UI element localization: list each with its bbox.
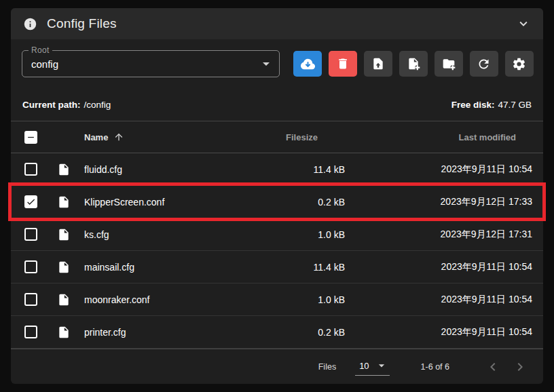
file-name: mainsail.cfg — [84, 262, 134, 273]
gear-icon — [512, 57, 526, 71]
file-modified: 2023年9月11日 10:54 — [441, 163, 532, 176]
file-name: fluidd.cfg — [84, 164, 122, 175]
file-row-moonraker-conf[interactable]: moonraker.conf 1.0 kB 2023年9月11日 10:54 — [11, 283, 543, 316]
row-checkbox[interactable] — [24, 228, 37, 241]
upload-file-button[interactable] — [364, 51, 392, 77]
file-plus-icon — [407, 57, 420, 71]
config-files-panel: Config Files Root config — [11, 8, 543, 384]
delete-button[interactable] — [329, 51, 357, 77]
folder-plus-icon — [442, 57, 456, 71]
row-checkbox[interactable] — [24, 326, 37, 338]
info-icon[interactable] — [23, 17, 37, 31]
file-icon — [57, 228, 71, 241]
current-path-value: /config — [84, 100, 111, 110]
file-size: 0.2 kB — [318, 197, 345, 208]
pagination-range: 1-6 of 6 — [421, 362, 449, 372]
file-icon — [57, 260, 71, 274]
check-icon — [26, 197, 36, 207]
root-select[interactable]: Root config — [22, 50, 280, 77]
per-page-value: 10 — [359, 361, 369, 371]
file-row-printer-cfg[interactable]: printer.cfg 0.2 kB 2023年9月11日 10:54 — [11, 316, 543, 349]
chevron-down-icon — [375, 359, 388, 372]
file-row-ks-cfg[interactable]: ks.cfg 1.0 kB 2023年9月12日 17:31 — [11, 218, 543, 251]
free-disk-label: Free disk: — [451, 100, 495, 110]
file-modified: 2023年9月12日 17:31 — [441, 229, 532, 241]
file-size: 11.4 kB — [314, 164, 345, 175]
panel-header: Config Files — [11, 8, 543, 39]
root-select-value: config — [31, 58, 58, 70]
collapse-panel-button[interactable] — [516, 16, 531, 31]
sort-arrow-up-icon — [113, 132, 124, 142]
file-size: 1.0 kB — [318, 229, 345, 240]
file-row-mainsail-cfg[interactable]: mainsail.cfg 11.4 kB 2023年9月11日 10:54 — [11, 251, 543, 283]
chevron-left-icon — [485, 359, 501, 375]
files-per-page-label: Files — [318, 362, 336, 372]
refresh-button[interactable] — [470, 51, 498, 77]
file-icon — [57, 293, 71, 307]
current-path: Current path:/config — [22, 100, 111, 110]
table-footer: Files 10 1-6 of 6 — [11, 349, 543, 384]
free-disk-value: 47.7 GB — [498, 100, 532, 110]
toolbar: Root config — [11, 39, 543, 88]
file-modified: 2023年9月12日 17:33 — [441, 196, 532, 208]
panel-title: Config Files — [47, 16, 117, 31]
file-name: printer.cfg — [84, 327, 126, 338]
current-path-label: Current path: — [22, 100, 81, 110]
table-header-row: Name Filesize Last modified — [11, 121, 543, 153]
next-page-button[interactable] — [512, 359, 528, 375]
column-header-name[interactable]: Name — [84, 132, 257, 142]
minus-icon — [26, 132, 36, 142]
file-icon — [57, 163, 71, 176]
refresh-icon — [477, 57, 491, 71]
column-header-last-modified[interactable]: Last modified — [345, 132, 543, 142]
row-checkbox[interactable] — [24, 293, 37, 306]
file-size: 1.0 kB — [318, 294, 345, 305]
create-folder-button[interactable] — [435, 51, 463, 77]
row-checkbox[interactable] — [24, 260, 37, 273]
file-name: ks.cfg — [84, 229, 109, 240]
chevron-down-icon — [258, 56, 274, 72]
per-page-select[interactable]: 10 — [355, 357, 389, 376]
file-size: 11.4 kB — [314, 262, 345, 273]
file-arrow-up-icon — [371, 57, 385, 71]
row-checkbox[interactable] — [24, 163, 37, 176]
file-row-klipperscreen-conf[interactable]: KlipperScreen.conf 0.2 kB 2023年9月12日 17:… — [11, 186, 543, 218]
chevron-right-icon — [512, 359, 528, 375]
settings-button[interactable] — [505, 51, 534, 77]
file-modified: 2023年9月11日 10:54 — [441, 261, 532, 273]
file-modified: 2023年9月11日 10:54 — [441, 294, 532, 306]
trash-icon — [336, 57, 350, 71]
previous-page-button[interactable] — [485, 359, 501, 375]
free-disk: Free disk:47.7 GB — [451, 100, 532, 110]
file-icon — [57, 195, 71, 209]
row-checkbox[interactable] — [24, 195, 37, 208]
root-select-label: Root — [29, 45, 52, 55]
status-bar: Current path:/config Free disk:47.7 GB — [11, 88, 543, 121]
file-row-fluidd-cfg[interactable]: fluidd.cfg 11.4 kB 2023年9月11日 10:54 — [11, 153, 543, 186]
column-header-filesize[interactable]: Filesize — [257, 132, 345, 142]
file-name: moonraker.conf — [84, 294, 150, 305]
file-modified: 2023年9月11日 10:54 — [441, 326, 532, 338]
file-icon — [57, 326, 71, 339]
select-all-checkbox[interactable] — [24, 131, 37, 144]
file-name: KlipperScreen.conf — [84, 197, 164, 208]
file-size: 0.2 kB — [318, 327, 345, 338]
create-file-button[interactable] — [399, 51, 428, 77]
cloud-download-button[interactable] — [293, 51, 322, 77]
cloud-arrow-down-icon — [300, 56, 316, 72]
